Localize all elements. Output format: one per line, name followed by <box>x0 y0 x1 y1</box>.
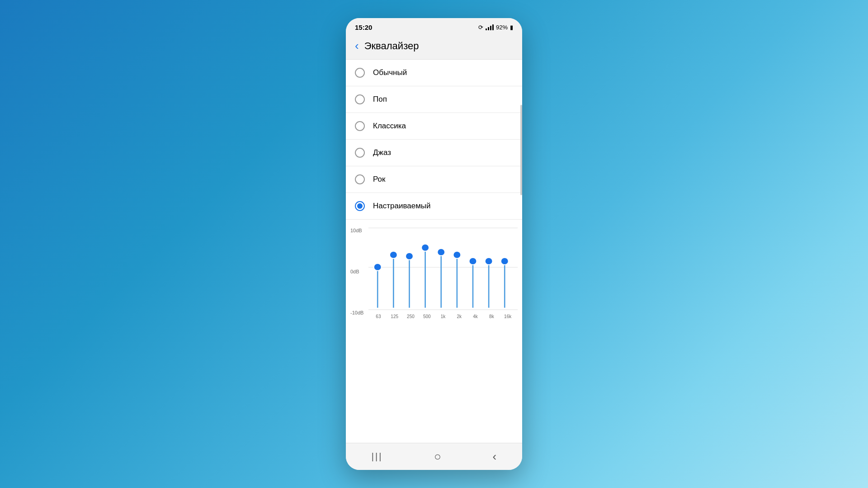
band-knob-16k[interactable] <box>501 258 509 265</box>
radio-label-custom: Настраиваемый <box>373 202 431 211</box>
eq-y-label-bot: -10dB <box>350 310 363 315</box>
radio-circle-custom[interactable] <box>355 201 365 211</box>
band-knob-125[interactable] <box>390 251 397 258</box>
eq-x-labels: 63 125 250 500 1k 2k 4k 8k 16k <box>368 314 518 319</box>
content-area: Обычный Поп Классика Джаз Рок Настраивае… <box>346 60 522 443</box>
radio-circle-classic[interactable] <box>355 121 365 131</box>
back-button[interactable]: ‹ <box>355 39 359 53</box>
battery-icon: ▮ <box>510 24 513 31</box>
radio-label-pop: Поп <box>373 95 387 104</box>
band-knob-500[interactable] <box>421 244 429 251</box>
nav-menu-button[interactable]: ||| <box>363 447 392 466</box>
radio-item-rock[interactable]: Рок <box>346 166 522 193</box>
radio-circle-jazz[interactable] <box>355 148 365 158</box>
eq-x-label-125: 125 <box>387 314 403 319</box>
eq-x-label-8k: 8k <box>483 314 500 319</box>
eq-x-label-500: 500 <box>419 314 435 319</box>
eq-y-label-top: 10dB <box>350 228 363 233</box>
band-knob-1k[interactable] <box>437 249 445 256</box>
band-knob-4k[interactable] <box>469 258 476 265</box>
radio-label-rock: Рок <box>373 175 385 184</box>
nav-bar: ||| ○ ‹ <box>346 443 522 470</box>
band-knob-250[interactable] <box>406 253 413 260</box>
eq-y-labels: 10dB 0dB -10dB <box>350 224 363 319</box>
eq-x-label-250: 250 <box>403 314 419 319</box>
eq-x-label-2k: 2k <box>451 314 467 319</box>
scrollbar[interactable] <box>520 105 522 195</box>
eq-x-label-1k: 1k <box>435 314 451 319</box>
battery-label: 92% <box>496 24 508 31</box>
eq-chart[interactable]: 10dB 0dB -10dB <box>368 224 518 319</box>
radio-circle-rock[interactable] <box>355 174 365 184</box>
signal-icon <box>486 24 494 30</box>
sync-icon: ⟳ <box>478 24 483 31</box>
radio-item-pop[interactable]: Поп <box>346 86 522 113</box>
nav-back-button[interactable]: ‹ <box>483 445 505 468</box>
status-icons: ⟳ 92% ▮ <box>478 24 513 31</box>
radio-circle-pop[interactable] <box>355 94 365 104</box>
eq-x-label-4k: 4k <box>467 314 484 319</box>
eq-x-label-63: 63 <box>370 314 387 319</box>
radio-item-normal[interactable]: Обычный <box>346 60 522 86</box>
radio-label-classic: Классика <box>373 122 406 131</box>
header: ‹ Эквалайзер <box>346 34 522 60</box>
radio-item-custom[interactable]: Настраиваемый <box>346 193 522 220</box>
status-time: 15:20 <box>355 23 372 31</box>
eq-x-label-16k: 16k <box>500 314 516 319</box>
nav-home-button[interactable]: ○ <box>425 445 450 468</box>
eq-bands-svg[interactable] <box>368 224 518 310</box>
eq-chart-container: 10dB 0dB -10dB <box>346 220 522 324</box>
band-knob-8k[interactable] <box>485 258 493 265</box>
band-knob-63[interactable] <box>374 263 382 271</box>
band-knob-2k[interactable] <box>453 251 461 258</box>
eq-y-label-mid: 0dB <box>350 269 363 274</box>
radio-item-classic[interactable]: Классика <box>346 113 522 140</box>
radio-circle-normal[interactable] <box>355 68 365 78</box>
radio-item-jazz[interactable]: Джаз <box>346 140 522 166</box>
page-title: Эквалайзер <box>364 40 419 52</box>
status-bar: 15:20 ⟳ 92% ▮ <box>346 18 522 34</box>
radio-label-jazz: Джаз <box>373 148 391 157</box>
radio-label-normal: Обычный <box>373 68 407 77</box>
phone-frame: 15:20 ⟳ 92% ▮ ‹ Эквалайзер Обычный Поп <box>346 18 522 470</box>
